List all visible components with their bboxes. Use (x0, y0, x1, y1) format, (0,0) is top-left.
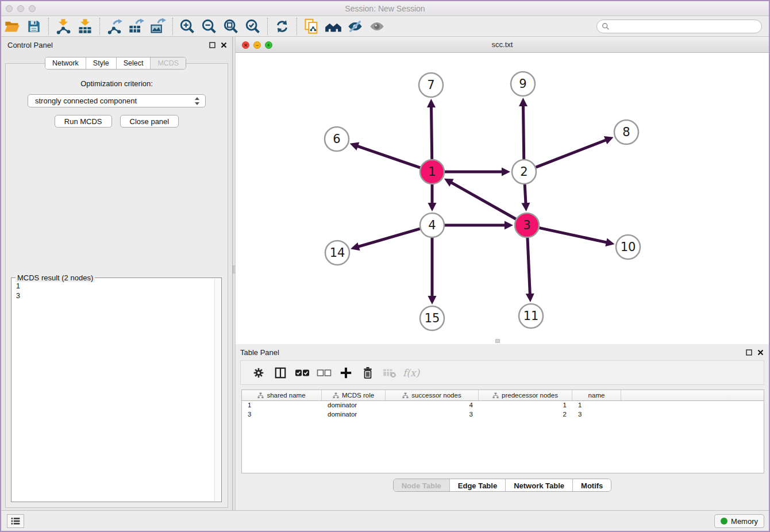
tab-motifs[interactable]: Motifs (572, 479, 611, 491)
network-hscroll-handle[interactable] (495, 339, 500, 343)
hide-selected-eye-icon[interactable] (344, 17, 366, 36)
optimization-criterion-select[interactable]: strongly connected component (28, 94, 206, 107)
float-panel-icon[interactable] (208, 41, 216, 49)
memory-button[interactable]: Memory (714, 514, 764, 528)
task-history-button[interactable] (7, 514, 24, 528)
result-scrollbar[interactable] (214, 279, 221, 501)
tab-mcds[interactable]: MCDS (150, 57, 186, 69)
edge-arrowhead-icon (521, 203, 530, 211)
edge-arrowhead-icon (505, 221, 513, 230)
cell-shared-name[interactable]: 1 (242, 401, 322, 410)
graph-node-8[interactable]: 8 (614, 120, 638, 144)
cell-predecessor-nodes[interactable]: 2 (479, 410, 572, 419)
graph-edge-2-8[interactable] (536, 140, 607, 167)
add-column-icon[interactable] (335, 363, 357, 383)
svg-text:3: 3 (523, 218, 530, 232)
edge-arrowhead-icon (350, 142, 360, 151)
toolbar-separator (99, 18, 100, 35)
search-input[interactable] (612, 22, 761, 30)
svg-text:4: 4 (428, 218, 436, 232)
optimization-criterion-label: Optimization criterion: (6, 79, 228, 88)
graph-edge-3-1[interactable] (450, 182, 515, 219)
table-toolbar: f(x) (240, 360, 764, 385)
tab-node-table[interactable]: Node Table (394, 479, 449, 491)
cell-predecessor-nodes[interactable]: 1 (479, 401, 572, 410)
svg-text:8: 8 (622, 125, 630, 139)
export-network-icon[interactable] (103, 17, 125, 36)
refresh-icon[interactable] (271, 17, 293, 36)
graph-node-14[interactable]: 14 (325, 241, 349, 265)
column-type-icon (257, 392, 264, 399)
graph-edge-3-11[interactable] (528, 238, 530, 295)
column-header-shared-name[interactable]: shared name (242, 390, 322, 400)
zoom-fit-icon[interactable] (220, 17, 242, 36)
graph-node-3[interactable]: 3 (515, 213, 539, 237)
zoom-selected-icon[interactable] (242, 17, 264, 36)
table-settings-gear-icon[interactable] (248, 363, 270, 383)
tab-network[interactable]: Network (45, 57, 86, 69)
graph-edge-1-6[interactable] (356, 146, 420, 168)
svg-text:7: 7 (427, 78, 434, 92)
open-session-icon[interactable] (1, 17, 23, 36)
graph-edge-3-10[interactable] (540, 228, 608, 243)
column-header-name[interactable]: name (572, 390, 621, 400)
close-panel-button[interactable]: Close panel (120, 115, 179, 128)
import-table-icon[interactable] (74, 17, 96, 36)
graph-edge-2-9[interactable] (523, 105, 523, 159)
mcds-result-box: MCDS result (2 nodes) 1 3 (11, 277, 222, 502)
column-header-predecessor-nodes[interactable]: predecessor nodes (479, 390, 572, 400)
close-table-panel-icon[interactable] (756, 348, 764, 356)
float-table-panel-icon[interactable] (745, 348, 753, 356)
edge-arrowhead-icon (427, 99, 436, 107)
table-row[interactable]: 3 dominator 3 2 3 (242, 410, 764, 419)
export-image-icon[interactable] (147, 17, 169, 36)
cell-shared-name[interactable]: 3 (242, 410, 322, 419)
tab-edge-table[interactable]: Edge Table (449, 479, 505, 491)
graph-node-11[interactable]: 11 (519, 304, 543, 328)
column-header-mcds-role[interactable]: MCDS role (322, 390, 386, 400)
column-header-successor-nodes[interactable]: successor nodes (386, 390, 479, 400)
delete-row-trash-icon[interactable] (357, 363, 379, 383)
column-type-icon (492, 392, 499, 399)
graph-edge-2-3[interactable] (525, 184, 526, 205)
column-label: shared name (267, 392, 305, 399)
export-table-icon[interactable] (125, 17, 147, 36)
cell-mcds-role[interactable]: dominator (322, 410, 386, 419)
show-all-eye-icon[interactable] (366, 17, 388, 36)
cell-successor-nodes[interactable]: 3 (386, 410, 479, 419)
graph-edge-4-14[interactable] (357, 229, 420, 247)
zoom-in-icon[interactable] (176, 17, 198, 36)
unselect-all-columns-icon[interactable] (313, 363, 335, 383)
import-network-icon[interactable] (52, 17, 74, 36)
graph-node-6[interactable]: 6 (325, 127, 349, 151)
cell-mcds-role[interactable]: dominator (322, 401, 386, 410)
tab-network-table[interactable]: Network Table (505, 479, 572, 491)
graph-node-4[interactable]: 4 (420, 213, 444, 237)
zoom-out-icon[interactable] (198, 17, 220, 36)
show-columns-icon[interactable] (270, 363, 291, 383)
graph-node-9[interactable]: 9 (511, 72, 535, 96)
home-icon[interactable] (322, 17, 344, 36)
search-field[interactable] (596, 20, 762, 33)
select-all-columns-icon[interactable] (291, 363, 313, 383)
graph-node-1[interactable]: 1 (420, 160, 444, 184)
copy-network-icon[interactable] (301, 17, 322, 36)
cell-name[interactable]: 3 (572, 410, 621, 419)
tab-style[interactable]: Style (86, 57, 116, 69)
table-panel-header: Table Panel (236, 344, 769, 360)
graph-edge-1-7[interactable] (431, 106, 432, 159)
network-canvas[interactable]: 1234678910111415 (236, 53, 770, 344)
save-session-icon[interactable] (23, 17, 45, 36)
tab-select[interactable]: Select (116, 57, 151, 69)
close-panel-icon[interactable] (220, 41, 228, 49)
graph-node-15[interactable]: 15 (420, 306, 444, 330)
table-tabs: Node Table Edge Table Network Table Moti… (236, 479, 769, 492)
graph-node-10[interactable]: 10 (616, 235, 640, 259)
run-mcds-button[interactable]: Run MCDS (55, 115, 112, 128)
svg-text:15: 15 (425, 311, 440, 325)
cell-name[interactable]: 1 (572, 401, 621, 410)
cell-successor-nodes[interactable]: 4 (386, 401, 479, 410)
graph-node-2[interactable]: 2 (512, 160, 536, 184)
graph-node-7[interactable]: 7 (419, 73, 443, 97)
table-row[interactable]: 1 dominator 4 1 1 (242, 401, 764, 410)
